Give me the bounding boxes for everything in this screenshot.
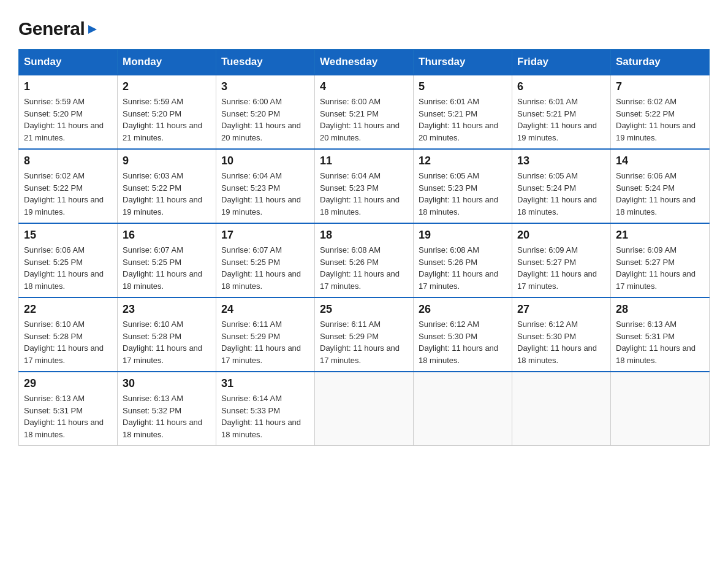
day-number: 15 [24,229,112,242]
calendar-day: 12 Sunrise: 6:05 AM Sunset: 5:23 PM Dayl… [414,149,512,223]
sunset-text: Sunset: 5:28 PM [123,332,181,341]
daylight-text: Daylight: 11 hours and 18 minutes. [123,269,202,291]
day-number: 13 [517,155,605,167]
daylight-text: Daylight: 11 hours and 19 minutes. [616,121,696,142]
daylight-text: Daylight: 11 hours and 17 minutes. [320,343,400,365]
sunset-text: Sunset: 5:25 PM [221,258,280,267]
daylight-text: Daylight: 11 hours and 18 minutes. [24,269,104,291]
sunset-text: Sunset: 5:20 PM [221,109,280,118]
daylight-text: Daylight: 11 hours and 20 minutes. [320,121,400,142]
sunset-text: Sunset: 5:25 PM [123,258,181,267]
calendar-day: 27 Sunrise: 6:12 AM Sunset: 5:30 PM Dayl… [512,297,611,372]
day-number: 9 [123,155,211,167]
daylight-text: Daylight: 11 hours and 18 minutes. [419,343,498,365]
sunset-text: Sunset: 5:22 PM [24,183,83,193]
daylight-text: Daylight: 11 hours and 17 minutes. [616,269,696,291]
daylight-text: Daylight: 11 hours and 17 minutes. [419,269,498,291]
sunrise-text: Sunrise: 6:13 AM [24,394,85,403]
sunrise-text: Sunrise: 6:06 AM [616,171,677,180]
day-info: Sunrise: 6:08 AM Sunset: 5:26 PM Dayligh… [320,244,408,292]
daylight-text: Daylight: 11 hours and 19 minutes. [24,195,104,216]
sunrise-text: Sunrise: 6:11 AM [320,320,381,329]
calendar-day: 20 Sunrise: 6:09 AM Sunset: 5:27 PM Dayl… [512,223,611,297]
calendar-week-row: 29 Sunrise: 6:13 AM Sunset: 5:31 PM Dayl… [19,372,710,446]
calendar-day: 9 Sunrise: 6:03 AM Sunset: 5:22 PM Dayli… [118,149,216,223]
sunset-text: Sunset: 5:31 PM [616,332,675,341]
calendar-day: 13 Sunrise: 6:05 AM Sunset: 5:24 PM Dayl… [512,149,611,223]
sunset-text: Sunset: 5:23 PM [221,183,280,193]
day-number: 29 [24,377,112,390]
calendar-day: 29 Sunrise: 6:13 AM Sunset: 5:31 PM Dayl… [19,372,118,446]
day-info: Sunrise: 6:08 AM Sunset: 5:26 PM Dayligh… [419,244,507,292]
sunset-text: Sunset: 5:22 PM [616,109,675,118]
sunrise-text: Sunrise: 6:11 AM [221,320,282,329]
day-info: Sunrise: 6:12 AM Sunset: 5:30 PM Dayligh… [419,318,507,366]
daylight-text: Daylight: 11 hours and 18 minutes. [517,195,597,216]
header-sunday: Sunday [19,50,118,75]
day-number: 17 [221,229,309,242]
daylight-text: Daylight: 11 hours and 17 minutes. [517,269,597,291]
sunset-text: Sunset: 5:33 PM [221,406,280,415]
calendar-day: 3 Sunrise: 6:00 AM Sunset: 5:20 PM Dayli… [216,75,315,149]
day-info: Sunrise: 6:13 AM Sunset: 5:32 PM Dayligh… [123,393,211,440]
calendar-day: 16 Sunrise: 6:07 AM Sunset: 5:25 PM Dayl… [118,223,216,297]
sunrise-text: Sunrise: 6:05 AM [419,171,479,180]
day-info: Sunrise: 6:09 AM Sunset: 5:27 PM Dayligh… [616,244,704,292]
calendar-day: 23 Sunrise: 6:10 AM Sunset: 5:28 PM Dayl… [118,297,216,372]
calendar-day: 31 Sunrise: 6:14 AM Sunset: 5:33 PM Dayl… [216,372,315,446]
calendar-table: Sunday Monday Tuesday Wednesday Thursday… [18,49,710,446]
daylight-text: Daylight: 11 hours and 17 minutes. [320,269,400,291]
sunrise-text: Sunrise: 6:14 AM [221,394,282,403]
sunrise-text: Sunrise: 5:59 AM [123,97,183,106]
sunset-text: Sunset: 5:22 PM [123,183,181,193]
calendar-day-empty [611,372,710,446]
day-info: Sunrise: 6:11 AM Sunset: 5:29 PM Dayligh… [320,318,408,366]
daylight-text: Daylight: 11 hours and 20 minutes. [221,121,301,142]
day-number: 12 [419,155,507,167]
page-header: General [18,18,710,37]
calendar-day: 24 Sunrise: 6:11 AM Sunset: 5:29 PM Dayl… [216,297,315,372]
day-number: 5 [419,80,507,93]
daylight-text: Daylight: 11 hours and 18 minutes. [517,343,597,365]
sunset-text: Sunset: 5:21 PM [419,109,477,118]
header-monday: Monday [118,50,216,75]
sunrise-text: Sunrise: 6:04 AM [221,171,282,180]
calendar-day: 30 Sunrise: 6:13 AM Sunset: 5:32 PM Dayl… [118,372,216,446]
calendar-day: 26 Sunrise: 6:12 AM Sunset: 5:30 PM Dayl… [414,297,512,372]
sunset-text: Sunset: 5:23 PM [419,183,477,193]
sunrise-text: Sunrise: 6:08 AM [419,245,479,255]
day-number: 2 [123,80,211,93]
sunset-text: Sunset: 5:26 PM [320,258,379,267]
day-number: 23 [123,303,211,316]
sunset-text: Sunset: 5:24 PM [517,183,576,193]
day-number: 11 [320,155,408,167]
daylight-text: Daylight: 11 hours and 19 minutes. [123,195,202,216]
calendar-day-empty [414,372,512,446]
calendar-day: 22 Sunrise: 6:10 AM Sunset: 5:28 PM Dayl… [19,297,118,372]
daylight-text: Daylight: 11 hours and 21 minutes. [24,121,104,142]
sunset-text: Sunset: 5:28 PM [24,332,83,341]
day-info: Sunrise: 6:11 AM Sunset: 5:29 PM Dayligh… [221,318,309,366]
daylight-text: Daylight: 11 hours and 17 minutes. [24,343,104,365]
sunrise-text: Sunrise: 6:13 AM [616,320,677,329]
day-info: Sunrise: 6:07 AM Sunset: 5:25 PM Dayligh… [221,244,309,292]
day-info: Sunrise: 6:01 AM Sunset: 5:21 PM Dayligh… [517,96,605,144]
calendar-day: 14 Sunrise: 6:06 AM Sunset: 5:24 PM Dayl… [611,149,710,223]
sunrise-text: Sunrise: 6:03 AM [123,171,183,180]
day-number: 4 [320,80,408,93]
daylight-text: Daylight: 11 hours and 18 minutes. [221,418,301,439]
svg-marker-0 [88,25,97,34]
sunset-text: Sunset: 5:30 PM [517,332,576,341]
calendar-day: 4 Sunrise: 6:00 AM Sunset: 5:21 PM Dayli… [315,75,414,149]
calendar-day: 15 Sunrise: 6:06 AM Sunset: 5:25 PM Dayl… [19,223,118,297]
sunrise-text: Sunrise: 6:00 AM [221,97,282,106]
day-number: 3 [221,80,309,93]
day-number: 21 [616,229,704,242]
day-info: Sunrise: 6:09 AM Sunset: 5:27 PM Dayligh… [517,244,605,292]
sunset-text: Sunset: 5:29 PM [320,332,379,341]
logo: General [18,18,99,37]
day-info: Sunrise: 6:13 AM Sunset: 5:31 PM Dayligh… [616,318,704,366]
sunset-text: Sunset: 5:24 PM [616,183,675,193]
sunrise-text: Sunrise: 6:09 AM [616,245,677,255]
day-number: 31 [221,377,309,390]
